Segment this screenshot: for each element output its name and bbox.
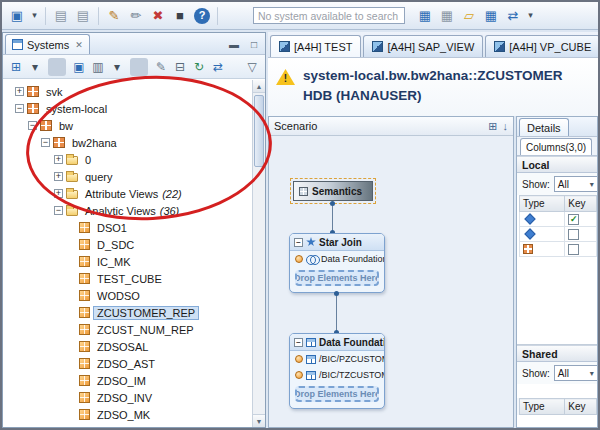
edit-tools-icon[interactable]: ✏	[126, 6, 146, 26]
node-row[interactable]: /BIC/TZCUSTOMER (	[290, 367, 384, 383]
column-header-key[interactable]: Key	[565, 399, 597, 415]
save-dropdown-icon[interactable]: ▾	[29, 6, 40, 26]
system-icon[interactable]: ▣	[70, 58, 88, 76]
tree-item[interactable]: ZDSO_MK	[3, 406, 252, 423]
refresh-icon[interactable]: ↻	[190, 58, 208, 76]
delete-icon[interactable]: ✖	[148, 6, 168, 26]
more-dropdown-icon[interactable]: ▾	[525, 6, 536, 26]
tree-expander-icon[interactable]: −	[28, 121, 37, 130]
column-row[interactable]: ✓	[520, 212, 597, 227]
tree-expander-icon[interactable]: +	[54, 155, 63, 164]
editor-tab[interactable]: [A4H] SAP_VIEW	[363, 35, 483, 57]
stop-icon[interactable]: ■	[170, 6, 190, 26]
tab-columns[interactable]: Columns(3,0)	[520, 138, 592, 155]
add-system-dropdown-icon[interactable]: ▾	[26, 58, 44, 76]
tree-item[interactable]: ZCUST_NUM_REP	[3, 321, 252, 338]
collapse-icon[interactable]: −	[294, 338, 303, 347]
tree-expander-icon[interactable]: −	[54, 206, 63, 215]
tree-expander-icon[interactable]: +	[54, 189, 63, 198]
tree-item[interactable]: + Attribute Views (22)	[3, 185, 252, 202]
tree-item[interactable]: − bw2hana	[3, 134, 252, 151]
grid-view-icon[interactable]: ▦	[481, 6, 501, 26]
close-icon[interactable]: ✕	[75, 40, 83, 50]
tree-expander-icon[interactable]: +	[54, 172, 63, 181]
tree-expander-icon[interactable]: −	[15, 104, 24, 113]
collapse-all-icon[interactable]: ⊟	[171, 58, 189, 76]
maximize-view-icon[interactable]: □	[246, 36, 262, 52]
tree-item[interactable]: ZDSO_AST	[3, 355, 252, 372]
key-checkbox[interactable]	[568, 244, 579, 255]
editor-tab[interactable]: [A4H] TEST	[270, 35, 361, 57]
toolbar-icon[interactable]	[98, 7, 99, 25]
tree-item[interactable]: IC_MK	[3, 253, 252, 270]
column-row[interactable]	[520, 227, 597, 242]
local-section-header[interactable]: Local	[517, 156, 597, 173]
save-all-icon[interactable]: ▤	[51, 6, 71, 26]
systems-toolbar-icon[interactable]	[130, 58, 148, 76]
tree-item[interactable]: − system-local	[3, 100, 252, 117]
column-header-type[interactable]: Type	[520, 399, 565, 415]
tree-item[interactable]: ZDSO_IM	[3, 372, 252, 389]
tree-item[interactable]: + query	[3, 168, 252, 185]
node-row[interactable]: Data Foundation	[290, 251, 384, 267]
star-join-node[interactable]: − Star Join Data Foundation	[289, 233, 385, 293]
window-icon[interactable]: ▦	[437, 6, 457, 26]
systems-toolbar-icon[interactable]	[48, 58, 66, 76]
save-icon[interactable]: ▣	[7, 6, 27, 26]
column-row[interactable]	[520, 242, 597, 257]
tab-details[interactable]: Details	[519, 118, 569, 136]
tree-expander-icon[interactable]: −	[41, 138, 50, 147]
drop-zone[interactable]: Drop Elements Here	[295, 270, 379, 286]
editor-tab[interactable]: [A4H] VP_CUBE	[485, 35, 598, 57]
collapse-icon[interactable]: −	[294, 238, 303, 247]
search-input[interactable]	[253, 7, 405, 24]
help-icon[interactable]: ?	[194, 8, 210, 24]
navigate-down-icon[interactable]: ↓	[503, 120, 509, 132]
tree-item[interactable]: DSO1	[3, 219, 252, 236]
toolbar-icon[interactable]	[45, 7, 46, 25]
scroll-down-icon[interactable]: ▼	[253, 414, 265, 427]
tree-item[interactable]: WODSO	[3, 287, 252, 304]
tree-item[interactable]: + 0	[3, 151, 252, 168]
tree-scrollbar[interactable]: ▲ ▼	[252, 80, 265, 427]
show-filter-select[interactable]: All ▾	[554, 176, 598, 192]
shared-section-header[interactable]: Shared	[517, 345, 597, 362]
key-checkbox[interactable]	[568, 229, 579, 240]
data-foundation-node[interactable]: − Data Foundation /BIC/PZCUSTOMER	[289, 333, 385, 409]
open-folder-icon[interactable]: ▱	[459, 6, 479, 26]
drop-zone[interactable]: Drop Elements Here	[295, 386, 379, 402]
tree-expander-icon[interactable]: +	[15, 87, 24, 96]
fit-screen-icon[interactable]: ⊞	[488, 120, 497, 133]
scrollbar-thumb[interactable]	[254, 95, 264, 167]
add-system-icon[interactable]: ⊞	[7, 58, 25, 76]
filter-dropdown-icon[interactable]: ▾	[108, 58, 126, 76]
key-checkbox[interactable]: ✓	[568, 214, 579, 225]
show-filter-select[interactable]: All ▾	[554, 365, 598, 381]
tree-item[interactable]: ZDSOSAL	[3, 338, 252, 355]
tree-item[interactable]: − bw	[3, 117, 252, 134]
column-header-type[interactable]: Type	[520, 196, 565, 212]
semantics-node[interactable]: Semantics	[293, 181, 373, 201]
column-header-key[interactable]: Key	[565, 196, 597, 212]
tab-systems[interactable]: Systems ✕	[5, 34, 90, 54]
node-row[interactable]: /BIC/PZCUSTOMER	[290, 351, 384, 367]
table-icon	[306, 338, 316, 347]
tree-item[interactable]: ZCUSTOMER_REP	[3, 304, 252, 321]
filter-icon[interactable]: ▥	[89, 58, 107, 76]
tree-item[interactable]: + svk	[3, 83, 252, 100]
tree-item[interactable]: TEST_CUBE	[3, 270, 252, 287]
minimize-view-icon[interactable]: ▬	[226, 36, 242, 52]
tree-item[interactable]: D_SDC	[3, 236, 252, 253]
pen-icon[interactable]: ✎	[152, 58, 170, 76]
toolbar-icon[interactable]	[217, 7, 218, 25]
view-menu-icon[interactable]: ▽	[243, 58, 261, 76]
tree-item[interactable]: − Analytic Views (36)	[3, 202, 252, 219]
tree-item[interactable]: ZDSO_INV	[3, 389, 252, 406]
print-icon[interactable]: ▤	[73, 6, 93, 26]
pen-icon[interactable]: ✎	[104, 6, 124, 26]
new-window-icon[interactable]: ▦	[415, 6, 435, 26]
scenario-canvas[interactable]: Semantics − Star Join	[269, 137, 513, 427]
scroll-up-icon[interactable]: ▲	[253, 80, 265, 93]
swap-icon[interactable]: ⇄	[503, 6, 523, 26]
link-editor-icon[interactable]: ⇄	[209, 58, 227, 76]
